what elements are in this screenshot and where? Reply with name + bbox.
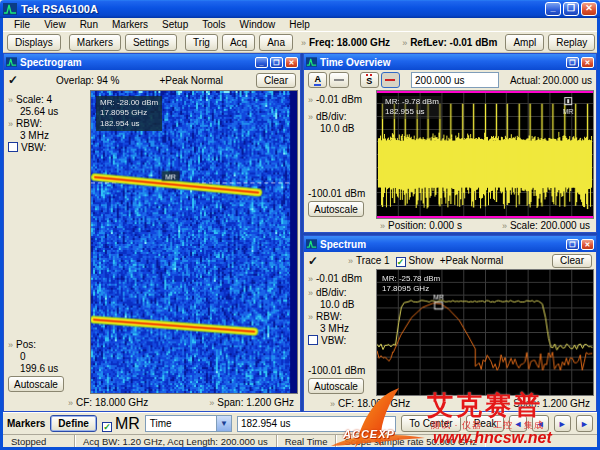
panel-restore-icon[interactable]: ❐	[566, 239, 579, 250]
time-overview-sidebar: -0.01 dBm dB/div: 10.0 dB -100.01 dBm Au…	[304, 90, 376, 219]
autoscale-button[interactable]: Autoscale	[308, 201, 364, 217]
pos-value: 0	[8, 351, 88, 362]
peak-right-icon[interactable]	[576, 415, 593, 432]
mr-row[interactable]: MR	[102, 415, 140, 433]
marker-domain-select[interactable]: Time	[145, 415, 232, 432]
detection-mode-label[interactable]: +Peak Normal	[440, 255, 504, 266]
scale-readout[interactable]: Scale: 200.000 us	[502, 220, 590, 231]
vbw-row[interactable]: VBW:	[8, 142, 88, 153]
panel-close-icon[interactable]: ✕	[285, 57, 298, 68]
panel-selected-check-icon[interactable]	[8, 73, 18, 87]
displays-button[interactable]: Displays	[7, 34, 61, 51]
top-level-readout[interactable]: -0.01 dBm	[308, 273, 374, 284]
detection-mode-label[interactable]: +Peak Normal	[159, 75, 223, 86]
application-window: Tek RSA6100A _ ❐ ✕ File View Run Markers…	[0, 0, 600, 450]
menu-help[interactable]: Help	[282, 19, 317, 30]
cf-readout[interactable]: CF: 18.000 GHz	[68, 397, 148, 408]
reflev-readout[interactable]: RefLev: -0.01 dBm	[402, 37, 497, 48]
next-right-icon[interactable]	[554, 415, 571, 432]
vbw-checkbox[interactable]	[8, 142, 18, 152]
samples-button[interactable]: S	[360, 72, 379, 88]
actual-value: 200.000 us	[543, 75, 593, 86]
trace-selector[interactable]: Trace 1	[348, 255, 390, 266]
menu-setup[interactable]: Setup	[155, 19, 195, 30]
window-title: Tek RSA6100A	[21, 3, 98, 15]
autoscale-button[interactable]: Autoscale	[308, 378, 364, 394]
vbw-checkbox[interactable]	[308, 335, 318, 345]
spectrum-bottom-bar: CF: 18.000 GHz Span: 1.200 GHz	[304, 396, 596, 411]
autoscale-button[interactable]: Autoscale	[8, 376, 64, 392]
show-row[interactable]: Show	[396, 255, 434, 267]
spectrogram-canvas[interactable]	[91, 91, 297, 393]
close-icon[interactable]: ✕	[581, 2, 597, 16]
bottom-level-readout: -100.01 dBm	[308, 188, 374, 199]
to-center-button[interactable]: To Center	[401, 415, 460, 432]
define-button[interactable]: Define	[50, 415, 97, 432]
clear-button[interactable]: Clear	[552, 254, 592, 268]
time-overview-title-bar[interactable]: Time Overview ❐ ✕	[304, 54, 596, 70]
markers-button[interactable]: Markers	[69, 34, 121, 51]
restore-icon[interactable]: ❐	[563, 2, 579, 16]
time-overview-plot[interactable]: MR: -9.78 dBm 182.955 us	[376, 90, 594, 219]
amplitude-vs-time-button[interactable]: A	[308, 72, 327, 88]
peak-button[interactable]: Peak	[466, 415, 505, 432]
spectrum-plot[interactable]: MR: -25.78 dBm 17.8095 GHz	[376, 269, 594, 396]
dbdiv-label[interactable]: dB/div:	[308, 287, 374, 298]
app-icon	[3, 3, 17, 15]
panel-restore-icon[interactable]: ❐	[566, 57, 579, 68]
dbdiv-label[interactable]: dB/div:	[308, 111, 374, 122]
panel-restore-icon[interactable]: ❐	[270, 57, 283, 68]
panel-minimize-icon[interactable]: _	[255, 57, 268, 68]
show-label: Show	[409, 255, 434, 266]
clear-button[interactable]: Clear	[256, 73, 296, 88]
menu-file[interactable]: File	[7, 19, 37, 30]
ampl-button[interactable]: Ampl	[505, 34, 544, 51]
vbw-row[interactable]: VBW:	[308, 335, 374, 346]
acq-button[interactable]: Acq	[222, 34, 255, 51]
spectrogram-title-bar[interactable]: Spectrogram _ ❐ ✕	[4, 54, 300, 70]
panel-close-icon[interactable]: ✕	[581, 239, 594, 250]
scale-label[interactable]: Scale: 4	[8, 94, 88, 105]
marker-position-input[interactable]	[237, 416, 396, 432]
trig-button[interactable]: Trig	[185, 34, 218, 51]
spectrogram-plot[interactable]: MR: -28.00 dBm 17.8095 GHz 182.954 us	[90, 90, 298, 394]
settings-button[interactable]: Settings	[125, 34, 177, 51]
top-level-readout[interactable]: -0.01 dBm	[308, 94, 374, 105]
analysis-length-button[interactable]	[381, 72, 400, 88]
time-overview-panel-title: Time Overview	[320, 57, 390, 68]
peak-left-icon[interactable]	[509, 415, 526, 432]
span-readout[interactable]: Span: 1.200 GHz	[209, 397, 294, 408]
minimize-icon[interactable]: _	[545, 2, 561, 16]
chevron-down-icon[interactable]	[216, 416, 231, 431]
ana-button[interactable]: Ana	[259, 34, 293, 51]
freq-readout[interactable]: Freq: 18.000 GHz	[301, 37, 390, 48]
menu-window[interactable]: Window	[233, 19, 283, 30]
menu-view[interactable]: View	[37, 19, 73, 30]
mr-checkbox[interactable]	[102, 422, 112, 432]
spectrum-title-bar[interactable]: Spectrum ❐ ✕	[304, 236, 596, 252]
cf-readout[interactable]: CF: 18.000 GHz	[330, 398, 410, 409]
pos-label[interactable]: Pos:	[8, 339, 88, 350]
flat-trace-button[interactable]	[329, 72, 348, 88]
next-left-icon[interactable]	[532, 415, 549, 432]
panel-selected-check-icon[interactable]	[308, 254, 318, 268]
status-bar: Stopped Acq BW: 1.20 GHz, Acq Length: 20…	[3, 434, 597, 447]
analysis-length-input[interactable]	[411, 72, 499, 88]
menu-markers[interactable]: Markers	[105, 19, 155, 30]
acquisition-state: Stopped	[3, 435, 75, 447]
overlap-readout[interactable]: Overlap: 94 %	[56, 75, 119, 86]
main-toolbar: Displays Markers Settings Trig Acq Ana F…	[3, 31, 597, 53]
span-readout[interactable]: Span: 1.200 GHz	[505, 398, 590, 409]
title-bar[interactable]: Tek RSA6100A _ ❐ ✕	[0, 0, 600, 18]
menu-tools[interactable]: Tools	[195, 19, 232, 30]
panel-close-icon[interactable]: ✕	[581, 57, 594, 68]
rbw-label[interactable]: RBW:	[308, 311, 374, 322]
menu-run[interactable]: Run	[73, 19, 105, 30]
replay-button[interactable]: Replay	[548, 34, 595, 51]
position-readout[interactable]: Position: 0.000 s	[380, 220, 462, 231]
rbw-value: 3 MHz	[8, 130, 88, 141]
pos-time-value: 199.6 us	[8, 363, 88, 374]
spectrum-toolbar: Trace 1 Show +Peak Normal Clear	[304, 252, 596, 269]
show-checkbox[interactable]	[396, 257, 406, 267]
rbw-label[interactable]: RBW:	[8, 118, 88, 129]
